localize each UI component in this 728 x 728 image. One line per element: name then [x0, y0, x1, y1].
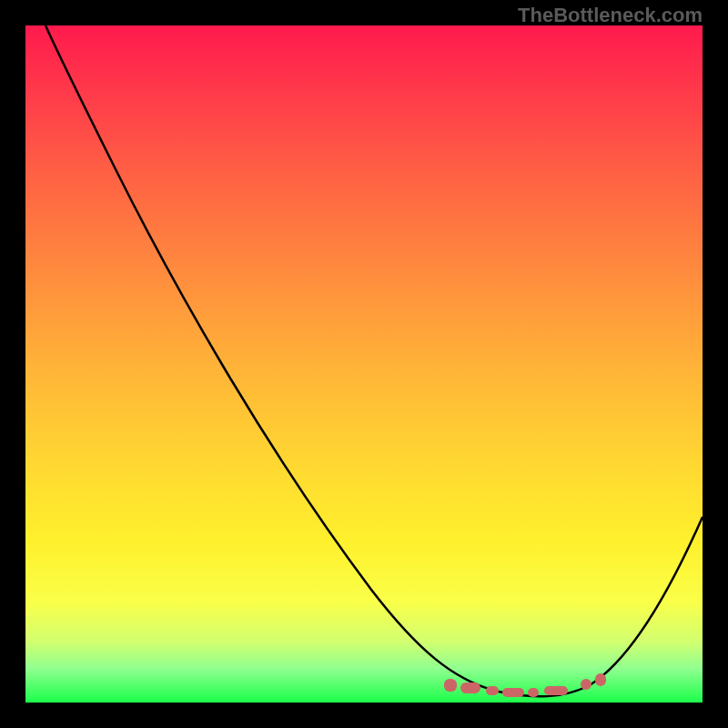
marker-dot: [528, 688, 539, 697]
marker-dot: [502, 688, 524, 697]
optimal-range-markers: [444, 675, 626, 703]
marker-dot: [544, 686, 568, 695]
marker-dot: [486, 686, 499, 695]
marker-dot: [581, 679, 592, 690]
chart-series-line: [46, 25, 703, 696]
watermark-text: TheBottleneck.com: [518, 4, 703, 27]
marker-dot: [444, 679, 457, 692]
chart-plot-area: [25, 25, 703, 703]
marker-dot: [595, 673, 606, 686]
marker-dot: [460, 682, 480, 693]
chart-curve-svg: [25, 25, 703, 703]
